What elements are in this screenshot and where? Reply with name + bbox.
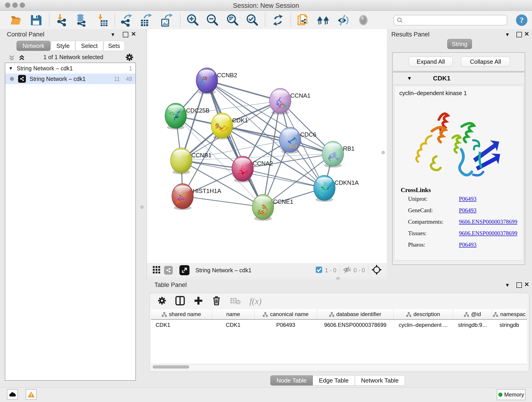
- clone-network-icon[interactable]: [296, 13, 309, 27]
- table-panel-float-icon[interactable]: [516, 282, 522, 288]
- selected-checkbox-icon[interactable]: [315, 266, 323, 274]
- export-image-icon[interactable]: [160, 13, 173, 27]
- crosslink-value-link[interactable]: P06493: [459, 196, 476, 202]
- node-CDKN1A[interactable]: [314, 175, 335, 202]
- birdseye-grid-icon[interactable]: [152, 266, 160, 274]
- left-splitter-handle[interactable]: [140, 205, 144, 209]
- open-in-window-icon[interactable]: [179, 265, 190, 275]
- zoom-selected-icon[interactable]: [245, 13, 259, 27]
- string-style-icon[interactable]: [164, 266, 173, 274]
- node-HIST1H1A[interactable]: [172, 184, 193, 210]
- zoom-in-icon[interactable]: [186, 13, 199, 27]
- scrollbar-thumb[interactable]: [152, 365, 189, 369]
- network-panel-options-gear-icon[interactable]: [125, 53, 134, 63]
- delete-column-icon[interactable]: [212, 296, 221, 307]
- collapse-all-button[interactable]: Collapse All: [461, 57, 510, 67]
- tab-sets[interactable]: Sets: [104, 41, 125, 51]
- hidden-eye-icon[interactable]: [343, 266, 352, 274]
- control-panel-close-icon[interactable]: ✕: [131, 31, 136, 38]
- table-row[interactable]: CDK1CDK1P064939606.ENSP00000378699cyclin…: [151, 319, 527, 330]
- edge-CCNA2-CDKN1A[interactable]: [243, 169, 324, 188]
- hide-graphics-details-icon[interactable]: [337, 13, 350, 27]
- footer-separator: [176, 266, 176, 275]
- control-panel-float-icon[interactable]: [123, 32, 128, 37]
- table-cell[interactable]: cyclin–dependent ...: [393, 319, 453, 330]
- node-table[interactable]: shared namenamecanonical namedatabase id…: [151, 309, 527, 363]
- save-session-icon[interactable]: [29, 13, 43, 27]
- results-panel-menu-icon[interactable]: ▾: [506, 31, 509, 38]
- table-cell[interactable]: P06493: [254, 319, 317, 330]
- column-header-name[interactable]: name: [212, 309, 254, 319]
- table-panel-menu-icon[interactable]: ▾: [506, 281, 509, 288]
- column-header-@id[interactable]: @id: [453, 309, 492, 319]
- show-graphics-details-icon[interactable]: [357, 13, 370, 27]
- tab-edge-table[interactable]: Edge Table: [313, 375, 355, 385]
- protein-collapse-icon[interactable]: ▼: [407, 75, 412, 81]
- column-header-description[interactable]: description: [393, 309, 453, 319]
- string-network-graph[interactable]: CCNB2CCNA1CDC25BCDK1CDC6RB1CCNB1CCNA2CDK…: [147, 29, 387, 263]
- tab-network[interactable]: Network: [17, 41, 51, 51]
- results-panel-float-icon[interactable]: [516, 32, 522, 37]
- tab-network-table[interactable]: Network Table: [355, 375, 405, 385]
- search-input[interactable]: [394, 15, 507, 26]
- crosslink-value-link[interactable]: P06493: [459, 207, 476, 214]
- memory-label: Memory: [504, 391, 524, 398]
- refresh-view-icon[interactable]: [271, 13, 285, 27]
- crosslink-value-link[interactable]: P06493: [459, 242, 476, 248]
- tab-style[interactable]: Style: [51, 41, 75, 51]
- network-canvas[interactable]: CCNB2CCNA1CDC25BCDK1CDC6RB1CCNB1CCNA2CDK…: [147, 29, 387, 263]
- crosslink-value-link[interactable]: 9606.ENSP00000378699: [459, 219, 517, 225]
- column-header-shared-name[interactable]: shared name: [151, 309, 212, 319]
- table-cell[interactable]: CDK1: [212, 319, 254, 330]
- export-table-icon[interactable]: [139, 13, 152, 27]
- import-table-from-file-icon[interactable]: [96, 13, 109, 27]
- table-panel-close-icon[interactable]: ✕: [524, 281, 529, 288]
- export-network-icon[interactable]: [120, 13, 133, 27]
- memory-button[interactable]: Memory: [497, 389, 526, 400]
- column-header-database-identifier[interactable]: database identifier: [317, 309, 393, 319]
- navigator-crosshair-icon[interactable]: [372, 265, 382, 276]
- expand-all-trees-icon[interactable]: [18, 54, 25, 62]
- open-session-icon[interactable]: [9, 13, 22, 27]
- zoom-out-icon[interactable]: [206, 13, 219, 27]
- node-CCNB1[interactable]: [171, 148, 192, 174]
- import-network-from-file-icon[interactable]: [56, 13, 69, 27]
- network-row[interactable]: String Network – cdk1 11 48: [5, 74, 135, 84]
- tab-string-results[interactable]: String: [447, 39, 472, 49]
- table-cell[interactable]: CDK1: [151, 319, 212, 330]
- node-CDC25B[interactable]: [165, 103, 186, 130]
- collection-expand-icon[interactable]: ▼: [8, 66, 13, 71]
- right-splitter-handle[interactable]: [381, 151, 385, 154]
- show-columns-icon[interactable]: [175, 296, 185, 306]
- crosslink-value-link[interactable]: 9606.ENSP00000378699: [459, 230, 517, 236]
- cloud-status-icon[interactable]: [7, 389, 18, 400]
- node-CCNA1[interactable]: [269, 88, 291, 115]
- table-cell[interactable]: 9606.ENSP00000378699: [317, 319, 393, 330]
- tab-node-table[interactable]: Node Table: [270, 375, 313, 385]
- control-panel-menu-icon[interactable]: ▾: [111, 31, 114, 38]
- network-status-dot: [10, 77, 14, 81]
- import-network-from-database-icon[interactable]: [75, 13, 88, 27]
- cybrowser-home-icon[interactable]: [317, 13, 330, 27]
- expand-all-button[interactable]: Expand All: [409, 57, 453, 67]
- column-header-canonical-name[interactable]: canonical name: [254, 309, 317, 319]
- table-horizontal-scrollbar[interactable]: [152, 364, 526, 369]
- help-icon[interactable]: ?: [515, 13, 528, 27]
- table-cell[interactable]: stringdb: [492, 319, 527, 330]
- zoom-fit-icon[interactable]: [226, 13, 239, 27]
- edge-HIST1H1A-CCNE1[interactable]: [183, 196, 263, 207]
- collapse-all-trees-icon[interactable]: [8, 54, 15, 62]
- node-CCNE1[interactable]: [252, 194, 274, 221]
- network-collection-row[interactable]: ▼ String Network – cdk1 1: [5, 63, 135, 74]
- node-label-CDK1: CDK1: [232, 117, 248, 124]
- node-CCNB2[interactable]: [196, 68, 218, 95]
- warning-status-icon[interactable]: [26, 389, 37, 400]
- table-options-gear-icon[interactable]: [157, 296, 167, 306]
- results-panel-close-icon[interactable]: ✕: [524, 31, 529, 38]
- add-column-icon[interactable]: [194, 296, 203, 306]
- collection-label: String Network – cdk1: [17, 65, 73, 72]
- table-cell[interactable]: stringdb:9...: [453, 319, 492, 330]
- column-header-namespac[interactable]: namespac: [492, 309, 527, 319]
- node-RB1[interactable]: [322, 141, 344, 168]
- tab-select[interactable]: Select: [76, 41, 103, 51]
